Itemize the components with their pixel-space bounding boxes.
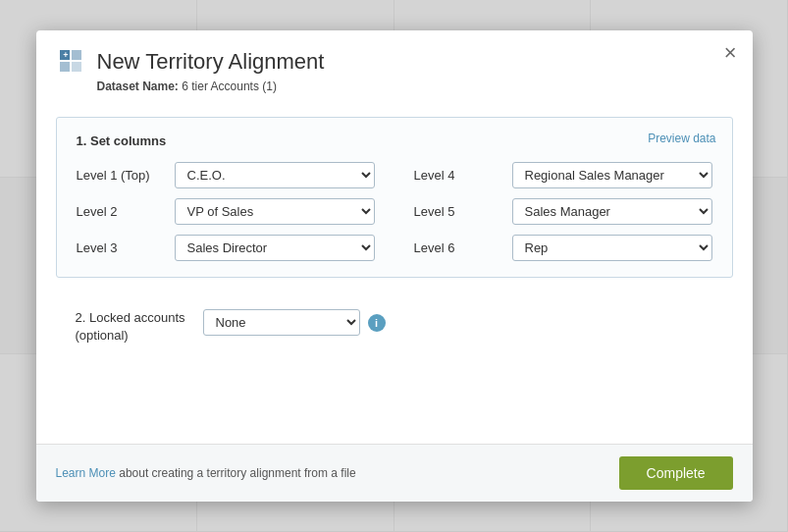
svg-text:+: + [63, 50, 68, 60]
level5-row: Level 5 C.E.O. VP of Sales Sales Directo… [414, 198, 712, 225]
svg-rect-1 [72, 50, 81, 60]
level1-row: Level 1 (Top) C.E.O. VP of Sales Sales D… [77, 162, 375, 188]
modal-overlay: + New Territory Alignment Dataset Name: … [0, 0, 788, 532]
complete-button[interactable]: Complete [619, 456, 733, 490]
info-icon: i [368, 314, 386, 332]
section2-number: 2. [76, 310, 86, 325]
section2-title: 2. Locked accounts (optional) [76, 309, 193, 345]
dataset-value: 6 tier Accounts (1) [182, 80, 277, 93]
close-button[interactable]: × [724, 42, 737, 64]
locked-accounts-select[interactable]: None [203, 309, 360, 336]
level3-label: Level 3 [77, 240, 165, 255]
modal-header: + New Territory Alignment Dataset Name: … [36, 30, 753, 101]
level3-select[interactable]: C.E.O. VP of Sales Sales Director Region… [175, 235, 375, 261]
section2-controls: None i [203, 309, 386, 336]
levels-left: Level 1 (Top) C.E.O. VP of Sales Sales D… [77, 162, 375, 261]
level1-select[interactable]: C.E.O. VP of Sales Sales Director Region… [175, 162, 375, 188]
level1-label: Level 1 (Top) [77, 168, 165, 183]
level2-select[interactable]: C.E.O. VP of Sales Sales Director Region… [175, 198, 375, 225]
preview-data-link[interactable]: Preview data [648, 132, 715, 145]
level3-row: Level 3 C.E.O. VP of Sales Sales Directo… [77, 235, 375, 261]
modal-footer: Learn More about creating a territory al… [36, 444, 753, 502]
svg-rect-2 [60, 62, 70, 72]
app-icon: + [56, 46, 87, 78]
section-locked-accounts: 2. Locked accounts (optional) None i [56, 293, 733, 360]
section1-number: 1. [77, 133, 87, 148]
level6-label: Level 6 [414, 240, 502, 255]
title-row: + New Territory Alignment [56, 46, 733, 78]
dataset-name-row: Dataset Name: 6 tier Accounts (1) [56, 80, 733, 93]
level4-label: Level 4 [414, 168, 502, 183]
level5-select[interactable]: C.E.O. VP of Sales Sales Director Region… [512, 198, 712, 225]
level4-select[interactable]: C.E.O. VP of Sales Sales Director Region… [512, 162, 712, 188]
section2-label-text: Locked accounts [89, 310, 185, 325]
level6-row: Level 6 C.E.O. VP of Sales Sales Directo… [414, 235, 712, 261]
section1-title: 1. Set columns [77, 133, 712, 148]
modal-title: New Territory Alignment [97, 49, 325, 75]
levels-grid: Level 1 (Top) C.E.O. VP of Sales Sales D… [77, 162, 712, 261]
dataset-label: Dataset Name: [97, 80, 179, 93]
level2-row: Level 2 C.E.O. VP of Sales Sales Directo… [77, 198, 375, 225]
level5-label: Level 5 [414, 204, 502, 219]
level2-label: Level 2 [77, 204, 165, 219]
level6-select[interactable]: C.E.O. VP of Sales Sales Director Region… [512, 235, 712, 261]
modal-body: 1. Set columns Preview data Level 1 (Top… [36, 101, 753, 444]
modal-dialog: + New Territory Alignment Dataset Name: … [36, 30, 753, 502]
section2-subtitle: (optional) [76, 328, 129, 343]
learn-more-link[interactable]: Learn More [56, 466, 116, 480]
section1-label: Set columns [90, 133, 166, 148]
level4-row: Level 4 C.E.O. VP of Sales Sales Directo… [414, 162, 712, 188]
footer-description: about creating a territory alignment fro… [119, 466, 355, 480]
section-set-columns: 1. Set columns Preview data Level 1 (Top… [56, 117, 733, 278]
levels-right: Level 4 C.E.O. VP of Sales Sales Directo… [414, 162, 712, 261]
svg-rect-3 [72, 62, 81, 72]
footer-text: Learn More about creating a territory al… [56, 466, 356, 480]
